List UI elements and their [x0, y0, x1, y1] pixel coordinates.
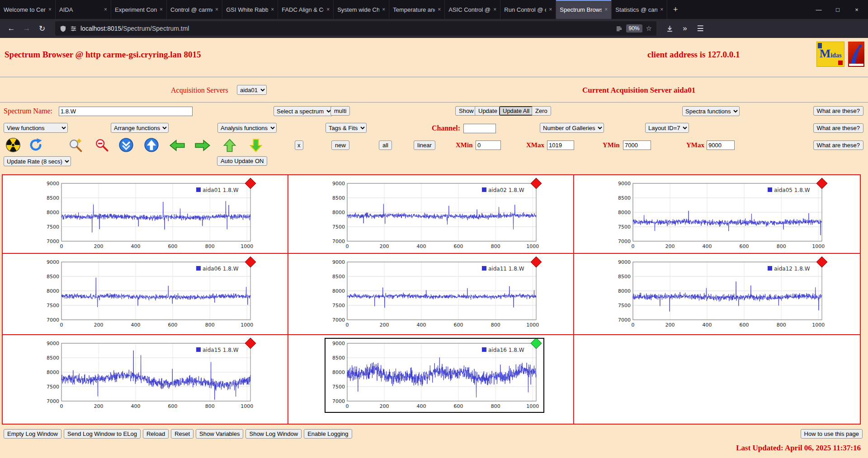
- arrow-up-icon[interactable]: [222, 138, 238, 153]
- window-minimize-button[interactable]: —: [809, 6, 828, 13]
- reader-view-icon[interactable]: [616, 25, 623, 32]
- tab-close-icon[interactable]: ×: [104, 6, 107, 13]
- show-variables-button[interactable]: Show Variables: [196, 429, 243, 439]
- what-are-these-button[interactable]: What are these?: [813, 140, 863, 150]
- spectrum-cell-aida01[interactable]: 7000750080008500900002004006008001000aid…: [3, 175, 288, 254]
- update-rate-dropdown[interactable]: Update Rate (8 secs): [4, 156, 71, 166]
- new-button[interactable]: new: [331, 140, 349, 150]
- spectrum-cell-aida02[interactable]: 7000750080008500900002004006008001000aid…: [288, 175, 574, 254]
- how-to-use-button[interactable]: How to use this page: [801, 429, 863, 439]
- arrow-right-icon[interactable]: [194, 138, 211, 153]
- zero-button[interactable]: Zero: [532, 106, 551, 116]
- arrow-down-icon[interactable]: [248, 138, 264, 153]
- tab-experiment-cont[interactable]: Experiment Cont×: [111, 0, 167, 19]
- spectrum-name-input[interactable]: [59, 107, 193, 116]
- spectrum-cell-aida12[interactable]: 7000750080008500900002004006008001000aid…: [574, 254, 860, 335]
- tab-asic-control-c[interactable]: ASIC Control @ c×: [445, 0, 500, 19]
- tab-close-icon[interactable]: ×: [215, 6, 218, 13]
- arrange-functions-dropdown[interactable]: Arrange functions: [111, 123, 169, 133]
- tab-close-icon[interactable]: ×: [271, 6, 274, 13]
- site-permissions-icon[interactable]: [70, 25, 77, 32]
- spectra-functions-dropdown[interactable]: Spectra functions: [682, 106, 740, 116]
- url-bar[interactable]: localhost:8015/Spectrum/Spectrum.tml 90%…: [55, 21, 656, 36]
- window-close-button[interactable]: ×: [847, 6, 866, 13]
- toolbar-overflow-icon[interactable]: »: [678, 22, 692, 35]
- reload-button[interactable]: ↻: [35, 22, 49, 35]
- enable-logging-button[interactable]: Enable Logging: [304, 429, 352, 439]
- update-button[interactable]: Update: [475, 106, 501, 116]
- select-spectrum-dropdown[interactable]: Select a spectrum: [274, 106, 333, 116]
- xmax-input[interactable]: [547, 140, 574, 150]
- back-button[interactable]: ←: [5, 22, 18, 35]
- svg-text:200: 200: [380, 243, 389, 249]
- multi-button[interactable]: multi: [330, 106, 350, 116]
- url-path: /Spectrum/Spectrum.tml: [121, 25, 189, 32]
- radioactive-icon[interactable]: [5, 137, 21, 153]
- empty-cell: [574, 335, 860, 424]
- x-button[interactable]: x: [295, 140, 303, 150]
- ymin-input[interactable]: [623, 140, 651, 150]
- tab-welcome-to-cen[interactable]: Welcome to Cen×: [0, 0, 56, 19]
- spectrum-cell-aida06[interactable]: 7000750080008500900002004006008001000aid…: [3, 254, 288, 335]
- window-maximize-button[interactable]: □: [828, 6, 847, 13]
- number-of-galleries-dropdown[interactable]: Number of Galleries: [540, 123, 604, 133]
- arrow-left-icon[interactable]: [169, 138, 185, 153]
- new-tab-button[interactable]: +: [667, 0, 684, 19]
- auto-update-button[interactable]: Auto Update ON: [217, 156, 267, 166]
- tab-close-icon[interactable]: ×: [438, 6, 441, 13]
- spectrum-cell-aida05[interactable]: 7000750080008500900002004006008001000aid…: [574, 175, 860, 254]
- tags-fits-dropdown[interactable]: Tags & Fits: [326, 123, 367, 133]
- acquisition-server-select[interactable]: aida01: [237, 85, 267, 95]
- analysis-functions-dropdown[interactable]: Analysis functions: [217, 123, 277, 133]
- view-functions-dropdown[interactable]: View functions: [4, 123, 68, 133]
- tab-run-control-c[interactable]: Run Control @ c×: [500, 0, 556, 19]
- expand-vertical-icon[interactable]: [144, 137, 159, 153]
- tab-close-icon[interactable]: ×: [660, 6, 663, 13]
- tab-temperature-and[interactable]: Temperature and×: [389, 0, 445, 19]
- all-button[interactable]: all: [379, 140, 392, 150]
- channel-input[interactable]: [463, 124, 496, 133]
- xmin-input[interactable]: [476, 140, 501, 150]
- show-log-window-button[interactable]: Show Log Window: [245, 429, 302, 439]
- zoom-out-icon[interactable]: [94, 137, 109, 153]
- tab-close-icon[interactable]: ×: [493, 6, 496, 13]
- empty-log-window-button[interactable]: Empty Log Window: [4, 429, 61, 439]
- reset-button[interactable]: Reset: [171, 429, 193, 439]
- tab-close-icon[interactable]: ×: [48, 6, 52, 13]
- zoom-level-badge[interactable]: 90%: [626, 24, 642, 33]
- what-are-these-button[interactable]: What are these?: [813, 106, 863, 116]
- tab-close-icon[interactable]: ×: [549, 6, 552, 13]
- update-all-button[interactable]: Update All: [499, 106, 533, 116]
- spectrum-cell-aida16[interactable]: 7000750080008500900002004006008001000aid…: [288, 335, 574, 424]
- tab-fadc-align-co[interactable]: FADC Align & Co×: [278, 0, 334, 19]
- tab-close-icon[interactable]: ×: [382, 6, 385, 13]
- spectrum-cell-aida15[interactable]: 7000750080008500900002004006008001000aid…: [3, 335, 288, 424]
- send-log-window-to-elog-button[interactable]: Send Log Window to ELog: [64, 429, 141, 439]
- show-button[interactable]: Show: [455, 106, 477, 116]
- tab-statistics-carm[interactable]: Statistics @ carm×: [612, 0, 667, 19]
- url-text[interactable]: localhost:8015/Spectrum/Spectrum.tml: [80, 25, 612, 32]
- tab-close-icon[interactable]: ×: [326, 6, 330, 13]
- layout-id-dropdown[interactable]: Layout ID=7: [645, 123, 689, 133]
- zoom-in-icon[interactable]: [68, 137, 83, 153]
- downloads-icon[interactable]: [663, 22, 676, 35]
- shrink-vertical-icon[interactable]: [118, 137, 134, 153]
- tab-spectrum-brows[interactable]: Spectrum Brows×: [556, 0, 612, 19]
- what-are-these-button[interactable]: What are these?: [813, 123, 863, 133]
- tab-system-wide-che[interactable]: System wide Che×: [334, 0, 389, 19]
- tab-close-icon[interactable]: ×: [160, 6, 163, 13]
- bookmark-star-icon[interactable]: ☆: [646, 24, 652, 33]
- menu-icon[interactable]: ☰: [693, 22, 707, 35]
- reload-button[interactable]: Reload: [143, 429, 169, 439]
- spectrum-cell-aida11[interactable]: 7000750080008500900002004006008001000aid…: [288, 254, 574, 335]
- tab-gsi-white-rabbit[interactable]: GSI White Rabbit×: [222, 0, 278, 19]
- tab-close-icon[interactable]: ×: [604, 6, 608, 13]
- refresh-icon[interactable]: [28, 137, 43, 153]
- tab-aida[interactable]: AIDA×: [56, 0, 111, 19]
- legend-label: aida06 1.8.W: [203, 266, 239, 272]
- tracking-protection-shield-icon[interactable]: [60, 25, 66, 32]
- ymax-input[interactable]: [707, 140, 735, 150]
- linear-scale-button[interactable]: linear: [414, 140, 435, 150]
- tab-control-carme[interactable]: Control @ carme×: [167, 0, 222, 19]
- forward-button[interactable]: →: [20, 22, 33, 35]
